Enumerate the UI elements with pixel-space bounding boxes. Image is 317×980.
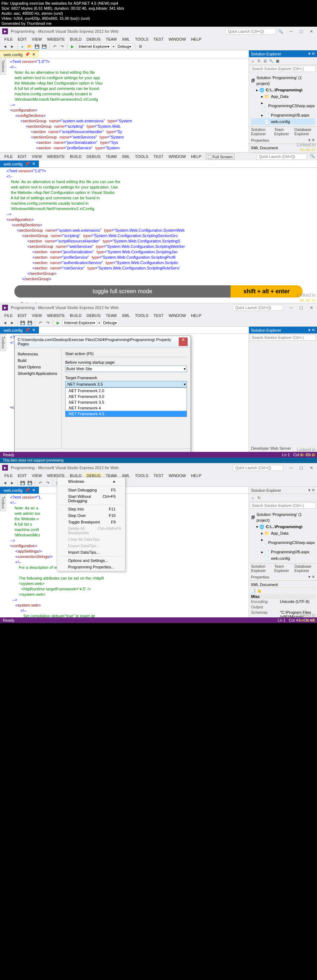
menu-window[interactable]: WINDOW (167, 37, 188, 42)
menu-tools[interactable]: TOOLS (133, 313, 150, 318)
menu-test[interactable]: TEST (151, 154, 166, 160)
project-node[interactable]: ▾ 🌐 C:\...\Programming\ (251, 523, 315, 530)
tab-team-explorer[interactable]: Team Explorer (272, 563, 292, 573)
redo-icon[interactable]: ↷ (45, 480, 50, 486)
tree-item[interactable]: ▸ 📄 ProgrammingVB.aspx (251, 112, 315, 118)
menu-edit[interactable]: EDIT (16, 473, 29, 479)
menu-programming-properties[interactable]: Programming Properties... (58, 564, 124, 570)
menu-build[interactable]: BUILD (68, 154, 83, 160)
menu-tools[interactable]: TOOLS (133, 473, 150, 479)
dialog-nav-references[interactable]: References (18, 351, 58, 357)
menu-website[interactable]: WEBSITE (45, 154, 67, 160)
browser-combo[interactable]: Internet Explorer ▾ (62, 320, 97, 326)
menu-window[interactable]: WINDOW (167, 473, 188, 479)
menu-edit[interactable]: EDIT (16, 313, 29, 318)
menu-view[interactable]: VIEW (30, 154, 44, 160)
nav-back-icon[interactable]: ◄ (2, 480, 8, 486)
props-icon[interactable]: 🔧 (269, 58, 274, 63)
save-icon[interactable]: 💾 (20, 480, 26, 486)
save-icon[interactable]: 💾 (34, 43, 40, 49)
browser-combo[interactable]: Internet Explorer ▾ (77, 43, 111, 49)
menu-file[interactable]: FILE (2, 473, 15, 479)
menu-options-settings[interactable]: Options and Settings... (58, 557, 124, 564)
menu-team[interactable]: TEAM (103, 313, 119, 318)
tab-solution-explorer[interactable]: Solution Explorer (249, 563, 272, 573)
save-all-icon[interactable]: 💾 (42, 43, 47, 49)
code-editor[interactable]: <?xml version="1.0"?> <!-- Note: As an a… (0, 58, 248, 152)
tool-icon[interactable]: ⚙ (138, 43, 143, 49)
minimize-button[interactable]: ─ (287, 466, 295, 470)
show-all-icon[interactable]: ▦ (275, 58, 280, 63)
menu-build[interactable]: BUILD (68, 37, 83, 42)
collapse-icon[interactable]: ⊟ (263, 58, 267, 63)
new-icon[interactable]: ▸ (20, 43, 26, 49)
toolbox-tab[interactable]: Toolbox (0, 334, 6, 351)
nav-fwd-icon[interactable]: ► (10, 320, 15, 326)
close-button[interactable]: ✕ (307, 466, 315, 470)
tree-item-selected[interactable]: 📄 web.config (251, 118, 315, 125)
nav-back-icon[interactable]: ◄ (2, 320, 8, 326)
menu-help[interactable]: HELP (189, 313, 203, 318)
code-editor[interactable]: <?xml version="1.0"?> <!-- Note: As an a… (0, 168, 317, 282)
target-framework-select[interactable]: .NET Framework 3.5▾ (65, 381, 187, 387)
toolbox-tab[interactable]: Toolbox (0, 57, 6, 75)
before-running-select[interactable]: Build Web Site▾ (65, 366, 187, 372)
close-button[interactable]: ✕ (307, 305, 315, 310)
solution-search-input[interactable] (250, 334, 316, 341)
save-all-icon[interactable]: 💾 (27, 480, 33, 486)
menu-help[interactable]: HELP (189, 37, 203, 42)
fullscreen-button[interactable]: ⛶ Full Screen (206, 154, 234, 160)
menu-tools[interactable]: TOOLS (133, 37, 150, 42)
framework-option[interactable]: .NET Framework 2.0 (66, 388, 187, 394)
config-combo[interactable]: Debug ▾ (115, 43, 133, 49)
menu-file[interactable]: FILE (2, 37, 15, 42)
tree-item[interactable]: ▸ 📁 App_Data (251, 93, 315, 100)
project-node[interactable]: ▸ 🌐 C:\...\Programming\ (251, 87, 315, 93)
refresh-icon[interactable]: ↻ (256, 495, 261, 500)
menu-website[interactable]: WEBSITE (45, 313, 67, 318)
menu-edit[interactable]: EDIT (16, 37, 29, 42)
menu-xml[interactable]: XML (120, 154, 132, 160)
minimize-button[interactable]: ─ (287, 29, 295, 34)
solution-search-input[interactable] (250, 66, 316, 72)
menu-test[interactable]: TEST (151, 313, 166, 318)
nav-fwd-icon[interactable]: ► (10, 480, 15, 486)
tab-database-explorer[interactable]: Database Explorer (292, 563, 317, 573)
solution-tree[interactable]: 🗐 Solution 'Programming' (1 project) ▾ 🌐… (249, 510, 317, 563)
quick-launch-input[interactable] (226, 29, 276, 35)
tree-item[interactable]: ▸ 📄 ProgrammingCSharp.aspx (251, 536, 315, 549)
run-icon[interactable]: ▶ (55, 320, 61, 326)
undo-icon[interactable]: ↶ (37, 320, 43, 326)
dialog-nav-silverlight[interactable]: Silverlight Applications (18, 370, 58, 377)
toolbox-tab[interactable]: Toolbox (0, 494, 6, 511)
tab-database-explorer[interactable]: Database Explorer (292, 127, 317, 137)
menu-start-without-debugging[interactable]: Start Without DebuggingCtrl+F5 (58, 493, 124, 504)
menu-debug[interactable]: DEBUG (84, 154, 102, 160)
tree-item[interactable]: ▸ 📄 ProgrammingVB.aspx (251, 549, 315, 555)
menu-step-into[interactable]: Step IntoF11 (58, 506, 124, 512)
undo-icon[interactable]: ↶ (52, 43, 58, 49)
menu-view[interactable]: VIEW (30, 313, 44, 318)
solution-node[interactable]: 🗐 Solution 'Programming' (1 project) (251, 75, 315, 87)
dialog-close-button[interactable]: ✕ (179, 337, 188, 346)
menu-help[interactable]: HELP (189, 154, 203, 160)
menu-debug[interactable]: DEBUG (84, 37, 102, 42)
quick-launch-input[interactable] (233, 465, 283, 471)
framework-option[interactable]: .NET Framework 4 (66, 405, 187, 411)
code-editor-continued[interactable]: <appSettings/> <connectionStrings/> <sys… (0, 301, 317, 303)
menu-view[interactable]: VIEW (30, 37, 44, 42)
undo-icon[interactable]: ↶ (37, 480, 43, 486)
home-icon[interactable]: ⌂ (250, 495, 255, 500)
menu-help[interactable]: HELP (189, 473, 203, 479)
document-tab[interactable]: web.config📌✕ (0, 50, 39, 58)
quick-launch-input[interactable] (256, 154, 307, 160)
quick-launch-input[interactable] (233, 305, 283, 311)
solution-node[interactable]: 🗐 Solution 'Programming' (1 project) (251, 511, 315, 523)
config-combo[interactable]: Debug ▾ (101, 320, 118, 326)
menu-debug[interactable]: DEBUG (84, 313, 102, 318)
save-icon[interactable]: 💾 (20, 320, 26, 326)
open-icon[interactable]: 📂 (27, 43, 33, 49)
pin-icon[interactable]: 📌 (25, 52, 30, 57)
menu-xml[interactable]: XML (120, 37, 132, 42)
home-icon[interactable]: ⌂ (250, 58, 255, 63)
